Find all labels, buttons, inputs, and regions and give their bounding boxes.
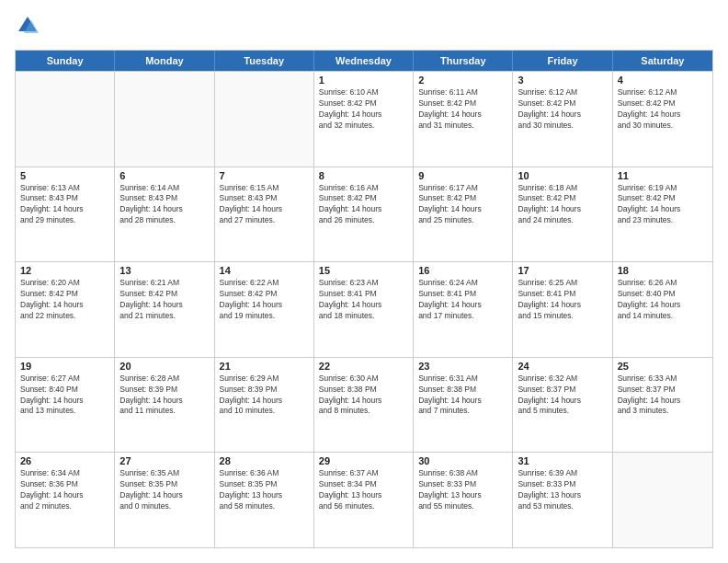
calendar-cell-26: 26Sunrise: 6:34 AM Sunset: 8:36 PM Dayli…	[16, 453, 115, 547]
header-day-sunday: Sunday	[16, 51, 115, 71]
cell-date-24: 24	[518, 361, 607, 372]
calendar-cell-16: 16Sunrise: 6:24 AM Sunset: 8:41 PM Dayli…	[414, 262, 513, 357]
calendar-cell-19: 19Sunrise: 6:27 AM Sunset: 8:40 PM Dayli…	[16, 358, 115, 453]
calendar-cell-17: 17Sunrise: 6:25 AM Sunset: 8:41 PM Dayli…	[513, 262, 612, 357]
cell-date-7: 7	[220, 170, 309, 181]
logo-icon	[15, 13, 40, 39]
calendar: SundayMondayTuesdayWednesdayThursdayFrid…	[15, 50, 713, 548]
cell-date-3: 3	[518, 75, 607, 86]
calendar-cell-28: 28Sunrise: 6:36 AM Sunset: 8:35 PM Dayli…	[215, 453, 314, 547]
calendar-cell-empty-4-6	[613, 453, 712, 547]
cell-info-5: Sunrise: 6:13 AM Sunset: 8:43 PM Dayligh…	[20, 183, 109, 227]
cell-date-30: 30	[418, 455, 507, 466]
cell-date-1: 1	[319, 75, 408, 86]
calendar-body: 1Sunrise: 6:10 AM Sunset: 8:42 PM Daylig…	[16, 71, 712, 547]
calendar-cell-8: 8Sunrise: 6:16 AM Sunset: 8:42 PM Daylig…	[314, 167, 414, 262]
cell-info-22: Sunrise: 6:30 AM Sunset: 8:38 PM Dayligh…	[319, 373, 408, 418]
cell-info-18: Sunrise: 6:26 AM Sunset: 8:40 PM Dayligh…	[618, 278, 708, 322]
calendar-cell-4: 4Sunrise: 6:12 AM Sunset: 8:42 PM Daylig…	[613, 72, 712, 167]
cell-info-11: Sunrise: 6:19 AM Sunset: 8:42 PM Dayligh…	[618, 183, 708, 227]
calendar-cell-12: 12Sunrise: 6:20 AM Sunset: 8:42 PM Dayli…	[16, 262, 115, 357]
cell-date-10: 10	[518, 170, 607, 181]
cell-date-6: 6	[119, 170, 209, 181]
header-day-friday: Friday	[513, 51, 612, 71]
cell-info-7: Sunrise: 6:15 AM Sunset: 8:43 PM Dayligh…	[220, 183, 309, 227]
calendar-cell-3: 3Sunrise: 6:12 AM Sunset: 8:42 PM Daylig…	[513, 72, 612, 167]
cell-date-28: 28	[220, 455, 309, 466]
cell-info-3: Sunrise: 6:12 AM Sunset: 8:42 PM Dayligh…	[518, 87, 607, 132]
calendar-cell-31: 31Sunrise: 6:39 AM Sunset: 8:33 PM Dayli…	[513, 453, 612, 547]
calendar-cell-24: 24Sunrise: 6:32 AM Sunset: 8:37 PM Dayli…	[513, 358, 612, 453]
cell-date-13: 13	[119, 265, 209, 276]
header-day-saturday: Saturday	[613, 51, 712, 71]
calendar-cell-13: 13Sunrise: 6:21 AM Sunset: 8:42 PM Dayli…	[115, 262, 214, 357]
header-day-wednesday: Wednesday	[314, 51, 414, 71]
cell-info-12: Sunrise: 6:20 AM Sunset: 8:42 PM Dayligh…	[20, 278, 109, 322]
cell-info-20: Sunrise: 6:28 AM Sunset: 8:39 PM Dayligh…	[119, 373, 209, 418]
cell-info-14: Sunrise: 6:22 AM Sunset: 8:42 PM Dayligh…	[220, 278, 309, 322]
cell-info-15: Sunrise: 6:23 AM Sunset: 8:41 PM Dayligh…	[319, 278, 408, 322]
cell-date-31: 31	[518, 455, 607, 466]
calendar-row-2: 12Sunrise: 6:20 AM Sunset: 8:42 PM Dayli…	[16, 261, 712, 357]
cell-info-2: Sunrise: 6:11 AM Sunset: 8:42 PM Dayligh…	[418, 87, 507, 132]
calendar-cell-6: 6Sunrise: 6:14 AM Sunset: 8:43 PM Daylig…	[115, 167, 214, 262]
calendar-cell-7: 7Sunrise: 6:15 AM Sunset: 8:43 PM Daylig…	[215, 167, 314, 262]
calendar-header: SundayMondayTuesdayWednesdayThursdayFrid…	[16, 51, 712, 71]
page: SundayMondayTuesdayWednesdayThursdayFrid…	[0, 0, 728, 563]
cell-date-8: 8	[319, 170, 408, 181]
cell-info-29: Sunrise: 6:37 AM Sunset: 8:34 PM Dayligh…	[319, 468, 408, 512]
calendar-cell-27: 27Sunrise: 6:35 AM Sunset: 8:35 PM Dayli…	[115, 453, 214, 547]
header	[15, 15, 713, 40]
header-day-thursday: Thursday	[414, 51, 513, 71]
calendar-cell-10: 10Sunrise: 6:18 AM Sunset: 8:42 PM Dayli…	[513, 167, 612, 262]
calendar-cell-empty-0-1	[115, 72, 214, 167]
cell-info-10: Sunrise: 6:18 AM Sunset: 8:42 PM Dayligh…	[518, 183, 607, 227]
calendar-cell-15: 15Sunrise: 6:23 AM Sunset: 8:41 PM Dayli…	[314, 262, 414, 357]
cell-date-9: 9	[418, 170, 507, 181]
cell-info-16: Sunrise: 6:24 AM Sunset: 8:41 PM Dayligh…	[418, 278, 507, 322]
calendar-cell-25: 25Sunrise: 6:33 AM Sunset: 8:37 PM Dayli…	[613, 358, 712, 453]
logo	[15, 15, 44, 40]
cell-info-28: Sunrise: 6:36 AM Sunset: 8:35 PM Dayligh…	[220, 468, 309, 512]
calendar-cell-23: 23Sunrise: 6:31 AM Sunset: 8:38 PM Dayli…	[414, 358, 513, 453]
calendar-cell-1: 1Sunrise: 6:10 AM Sunset: 8:42 PM Daylig…	[314, 72, 414, 167]
cell-info-1: Sunrise: 6:10 AM Sunset: 8:42 PM Dayligh…	[319, 87, 408, 132]
cell-info-19: Sunrise: 6:27 AM Sunset: 8:40 PM Dayligh…	[20, 373, 109, 418]
cell-info-27: Sunrise: 6:35 AM Sunset: 8:35 PM Dayligh…	[119, 468, 209, 512]
cell-info-13: Sunrise: 6:21 AM Sunset: 8:42 PM Dayligh…	[119, 278, 209, 322]
cell-info-26: Sunrise: 6:34 AM Sunset: 8:36 PM Dayligh…	[20, 468, 109, 512]
cell-date-21: 21	[220, 361, 309, 372]
cell-date-4: 4	[618, 75, 708, 86]
header-day-monday: Monday	[115, 51, 214, 71]
cell-date-17: 17	[518, 265, 607, 276]
cell-date-11: 11	[618, 170, 708, 181]
cell-date-22: 22	[319, 361, 408, 372]
cell-info-25: Sunrise: 6:33 AM Sunset: 8:37 PM Dayligh…	[618, 373, 708, 418]
cell-info-21: Sunrise: 6:29 AM Sunset: 8:39 PM Dayligh…	[220, 373, 309, 418]
cell-info-31: Sunrise: 6:39 AM Sunset: 8:33 PM Dayligh…	[518, 468, 607, 512]
calendar-cell-empty-0-2	[215, 72, 314, 167]
cell-info-6: Sunrise: 6:14 AM Sunset: 8:43 PM Dayligh…	[119, 183, 209, 227]
cell-date-15: 15	[319, 265, 408, 276]
calendar-cell-5: 5Sunrise: 6:13 AM Sunset: 8:43 PM Daylig…	[16, 167, 115, 262]
calendar-cell-9: 9Sunrise: 6:17 AM Sunset: 8:42 PM Daylig…	[414, 167, 513, 262]
cell-info-30: Sunrise: 6:38 AM Sunset: 8:33 PM Dayligh…	[418, 468, 507, 512]
calendar-row-1: 5Sunrise: 6:13 AM Sunset: 8:43 PM Daylig…	[16, 167, 712, 262]
cell-info-23: Sunrise: 6:31 AM Sunset: 8:38 PM Dayligh…	[418, 373, 507, 418]
cell-date-16: 16	[418, 265, 507, 276]
calendar-cell-30: 30Sunrise: 6:38 AM Sunset: 8:33 PM Dayli…	[414, 453, 513, 547]
cell-date-18: 18	[618, 265, 708, 276]
cell-info-24: Sunrise: 6:32 AM Sunset: 8:37 PM Dayligh…	[518, 373, 607, 418]
calendar-cell-empty-0-0	[16, 72, 115, 167]
calendar-cell-14: 14Sunrise: 6:22 AM Sunset: 8:42 PM Dayli…	[215, 262, 314, 357]
calendar-cell-18: 18Sunrise: 6:26 AM Sunset: 8:40 PM Dayli…	[613, 262, 712, 357]
cell-date-19: 19	[20, 361, 109, 372]
calendar-cell-21: 21Sunrise: 6:29 AM Sunset: 8:39 PM Dayli…	[215, 358, 314, 453]
calendar-cell-20: 20Sunrise: 6:28 AM Sunset: 8:39 PM Dayli…	[115, 358, 214, 453]
calendar-row-3: 19Sunrise: 6:27 AM Sunset: 8:40 PM Dayli…	[16, 357, 712, 453]
calendar-cell-22: 22Sunrise: 6:30 AM Sunset: 8:38 PM Dayli…	[314, 358, 414, 453]
cell-date-26: 26	[20, 455, 109, 466]
cell-date-27: 27	[119, 455, 209, 466]
header-day-tuesday: Tuesday	[215, 51, 314, 71]
cell-date-20: 20	[119, 361, 209, 372]
